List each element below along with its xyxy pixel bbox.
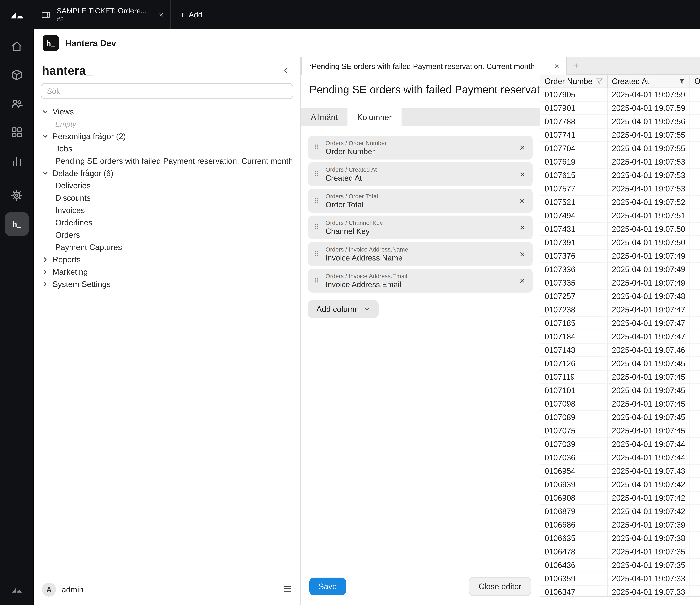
tab-kolumner[interactable]: Kolumner (348, 108, 401, 126)
nav-item[interactable]: Payment Captures (33, 241, 300, 253)
column-card[interactable]: ⠿Orders / Created AtCreated At× (308, 162, 533, 186)
rail-customers-button[interactable] (5, 92, 29, 116)
filter-funnel-icon[interactable] (596, 78, 603, 85)
save-button[interactable]: Save (309, 578, 346, 595)
remove-column-button[interactable]: × (518, 196, 526, 206)
nav-item[interactable]: Orders (33, 229, 300, 241)
user-menu-button[interactable] (283, 583, 292, 596)
search-input[interactable] (41, 83, 293, 99)
table-row[interactable]: 01077412025-04-01 19:07:55321,98SELinn B… (541, 128, 700, 142)
table-row[interactable]: 01074942025-04-01 19:07:51662,05SEJessic… (541, 209, 700, 223)
column-header[interactable]: Created At (607, 75, 690, 88)
remove-column-button[interactable]: × (518, 142, 526, 153)
table-row[interactable]: 01064782025-04-01 19:07:35792,13SEMartin… (541, 545, 700, 559)
table-row[interactable]: 01070362025-04-01 19:07:44670,63SESamuel… (541, 451, 700, 465)
drag-handle-icon[interactable]: ⠿ (313, 197, 321, 205)
nav-item[interactable]: Pending SE orders with failed Payment re… (33, 155, 300, 167)
column-card[interactable]: ⠿Orders / Channel KeyChannel Key× (308, 216, 533, 239)
nav-item[interactable]: Discounts (33, 192, 300, 204)
nav-group[interactable]: System Settings (33, 278, 300, 290)
nav-group[interactable]: Views (33, 105, 300, 118)
query-tab[interactable]: *Pending SE orders with failed Payment r… (301, 57, 567, 75)
rail-reports-button[interactable] (5, 149, 29, 173)
column-card[interactable]: ⠿Orders / Invoice Address.EmailInvoice A… (308, 269, 533, 293)
ticket-tab-close-icon[interactable]: × (159, 10, 164, 20)
table-row[interactable]: 01077882025-04-01 19:07:56744,19SELiam I… (541, 115, 700, 128)
table-row[interactable]: 01071842025-04-01 19:07:47907,5SEGunnel … (541, 330, 700, 344)
nav-group[interactable]: Delade frågor (6) (33, 167, 300, 179)
drag-handle-icon[interactable]: ⠿ (313, 170, 321, 178)
table-row[interactable]: 01063592025-04-01 19:07:33692,12SELinn S… (541, 572, 700, 586)
table-row[interactable]: 01069392025-04-01 19:07:421 041,5SEUlrik… (541, 478, 700, 491)
column-card[interactable]: ⠿Orders / Order NumberOrder Number× (308, 136, 533, 160)
zendesk-logo-icon[interactable] (0, 0, 33, 29)
table-row[interactable]: 01076152025-04-01 19:07:53154,85SEGabrie… (541, 169, 700, 182)
column-header[interactable]: Order Total (690, 75, 700, 88)
filter-funnel-icon[interactable] (678, 78, 685, 85)
nav-group[interactable]: Personliga frågor (2) (33, 130, 300, 142)
drag-handle-icon[interactable]: ⠿ (313, 223, 321, 232)
drag-handle-icon[interactable]: ⠿ (313, 276, 321, 285)
nav-group[interactable]: Reports (33, 253, 300, 266)
add-tab-button[interactable]: + Add (171, 0, 211, 29)
rail-departments-button[interactable] (5, 120, 29, 144)
table-row[interactable]: 01064362025-04-01 19:07:3586,81SECarolin… (541, 559, 700, 572)
table-row[interactable]: 01073362025-04-01 19:07:49680,41SEElla A… (541, 263, 700, 276)
remove-column-button[interactable]: × (518, 249, 526, 259)
table-row[interactable]: 01066352025-04-01 19:07:38638,7SEGustav … (541, 532, 700, 545)
query-tab-close-icon[interactable]: × (554, 61, 559, 71)
table-row[interactable]: 01072382025-04-01 19:07:47318,33SEEmil S… (541, 303, 700, 317)
table-row[interactable]: 01076192025-04-01 19:07:53312,77SEJimmy … (541, 155, 700, 169)
table-cell: 460,27 (690, 223, 700, 236)
tab-allmant[interactable]: Allmänt (301, 108, 348, 126)
column-header[interactable]: Order Number (541, 75, 607, 88)
nav-item[interactable]: Invoices (33, 204, 300, 216)
table-row[interactable]: 01073352025-04-01 19:07:491 143,84SERobi… (541, 276, 700, 290)
rail-settings-button[interactable] (5, 184, 29, 207)
close-editor-button[interactable]: Close editor (469, 577, 531, 596)
table-row[interactable]: 01070892025-04-01 19:07:45790,21SEMagnus… (541, 411, 700, 424)
remove-column-button[interactable]: × (518, 169, 526, 179)
nav-item[interactable]: Deliveries (33, 179, 300, 192)
table-row[interactable]: 01075212025-04-01 19:07:52451,02SEHugo N… (541, 196, 700, 209)
table-row[interactable]: 01079052025-04-01 19:07:59148,05SEMats N… (541, 88, 700, 102)
table-row[interactable]: 01074312025-04-01 19:07:50460,27SEPia Bj… (541, 223, 700, 236)
table-row[interactable]: 01069542025-04-01 19:07:43704,72SEDavid … (541, 465, 700, 478)
table-row[interactable]: 01071262025-04-01 19:07:45948,35SEBjörn … (541, 357, 700, 370)
remove-column-button[interactable]: × (518, 275, 526, 286)
nav-item[interactable]: Orderlines (33, 216, 300, 229)
new-query-tab-button[interactable]: + (567, 57, 585, 74)
table-row[interactable]: 01071012025-04-01 19:07:45553,79SEOlof H… (541, 384, 700, 397)
table-row[interactable]: 01071192025-04-01 19:07:451 021,67SEYvon… (541, 370, 700, 384)
table-row[interactable]: 01069082025-04-01 19:07:42628,69SEKarin … (541, 491, 700, 505)
user-row[interactable]: A admin (33, 577, 300, 605)
rail-home-button[interactable] (5, 34, 29, 58)
table-row[interactable]: 01070752025-04-01 19:07:45497,87SESusann… (541, 424, 700, 438)
table-row[interactable]: 01066862025-04-01 19:07:39744,84SESiv Sv… (541, 518, 700, 532)
table-row[interactable]: 01070982025-04-01 19:07:451 724,01SEElsa… (541, 397, 700, 411)
table-row[interactable]: 01071852025-04-01 19:07:47581,32SEFelici… (541, 317, 700, 330)
table-row[interactable]: 01071432025-04-01 19:07:46328,21SEOliver… (541, 344, 700, 357)
ticket-tab[interactable]: SAMPLE TICKET: Ordere... #8 × (33, 0, 171, 29)
rail-products-button[interactable] (5, 63, 29, 87)
rail-hantera-app-button[interactable]: h_ (5, 212, 29, 236)
chevron-down-icon (42, 108, 48, 115)
nav-item[interactable]: Jobs (33, 142, 300, 155)
collapse-sidebar-button[interactable] (279, 64, 292, 77)
table-row[interactable]: 01070392025-04-01 19:07:44503,32SESusann… (541, 438, 700, 451)
zendesk-mark-icon[interactable] (11, 584, 22, 598)
table-row[interactable]: 01077042025-04-01 19:07:55322,28SEMona F… (541, 142, 700, 155)
drag-handle-icon[interactable]: ⠿ (313, 250, 321, 258)
table-row[interactable]: 01073762025-04-01 19:07:49397,72SEHelena… (541, 249, 700, 263)
table-row[interactable]: 01072572025-04-01 19:07:48878,32SEMona F… (541, 290, 700, 303)
column-card[interactable]: ⠿Orders / Order TotalOrder Total× (308, 189, 533, 213)
add-column-button[interactable]: Add column (308, 300, 379, 318)
table-row[interactable]: 01073912025-04-01 19:07:50509,85SEAnnika… (541, 236, 700, 249)
remove-column-button[interactable]: × (518, 222, 526, 233)
nav-group[interactable]: Marketing (33, 266, 300, 278)
column-card[interactable]: ⠿Orders / Invoice Address.NameInvoice Ad… (308, 242, 533, 266)
table-row[interactable]: 01075772025-04-01 19:07:53285,47SEKarin … (541, 182, 700, 196)
table-row[interactable]: 01068792025-04-01 19:07:42683,21SEAlexan… (541, 505, 700, 518)
drag-handle-icon[interactable]: ⠿ (313, 144, 321, 152)
table-row[interactable]: 01079012025-04-01 19:07:591 678SEFrida L… (541, 102, 700, 115)
